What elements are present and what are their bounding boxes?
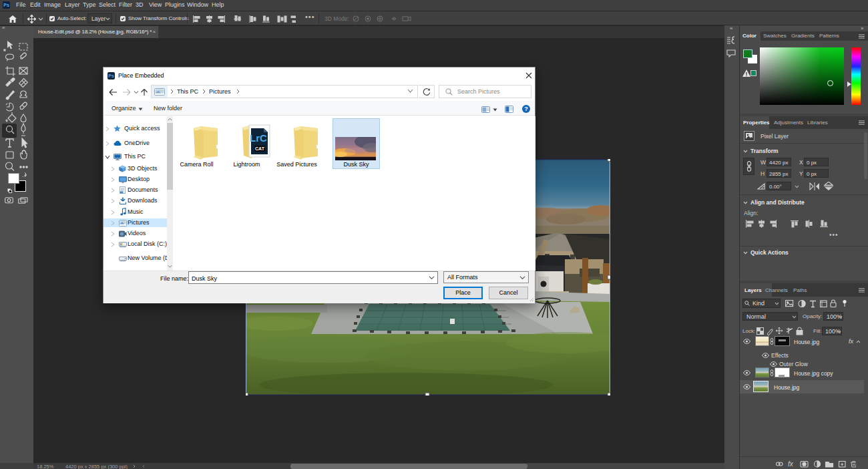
svg-text:LrC: LrC [250, 132, 267, 144]
svg-text:CAT: CAT [255, 146, 265, 151]
svg-text:fx: fx [788, 460, 794, 468]
